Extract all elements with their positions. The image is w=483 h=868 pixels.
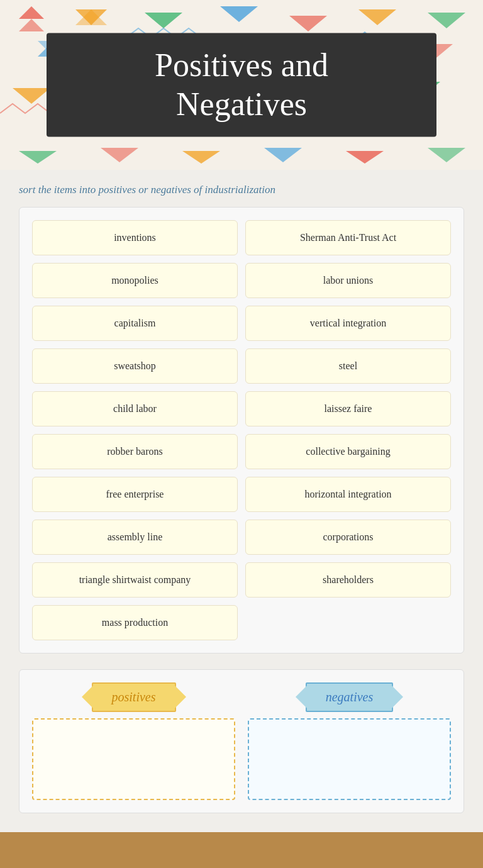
positives-label: positives [112,690,156,704]
page-title: Positives and Negatives [72,46,411,125]
sort-item-capitalism[interactable]: capitalism [32,306,238,341]
sort-item-inventions[interactable]: inventions [32,220,238,255]
drop-zones-container: positives negatives [19,669,464,813]
positives-zone[interactable]: positives [32,682,235,800]
sort-item-assembly-line[interactable]: assembly line [32,520,238,555]
sort-item-laissez-faire[interactable]: laissez faire [245,391,451,426]
negatives-label-wrapper: negatives [248,682,451,712]
sort-item-mass-production[interactable]: mass production [32,605,238,640]
instruction-text: sort the items into positives or negativ… [19,182,464,198]
sort-item-free-enterprise[interactable]: free enterprise [32,477,238,512]
items-grid: inventionsSherman Anti-Trust Actmonopoli… [32,220,451,640]
sort-container: inventionsSherman Anti-Trust Actmonopoli… [19,207,464,654]
negatives-ribbon: negatives [306,682,394,712]
sort-item-vertical-integration[interactable]: vertical integration [245,306,451,341]
negatives-drop-area[interactable] [248,718,451,800]
sort-item-corporations[interactable]: corporations [245,520,451,555]
title-box: Positives and Negatives [47,33,436,137]
positives-drop-area[interactable] [32,718,235,800]
sort-item-child-labor[interactable]: child labor [32,391,238,426]
negatives-zone[interactable]: negatives [248,682,451,800]
negatives-label: negatives [326,690,374,704]
positives-ribbon: positives [92,682,176,712]
sort-item-robber-barons[interactable]: robber barons [32,434,238,469]
positives-label-wrapper: positives [32,682,235,712]
header-pattern: Positives and Negatives [0,0,483,170]
sort-item-triangle-shirtwaist[interactable]: triangle shirtwaist company [32,562,238,598]
sort-item-sweatshop[interactable]: sweatshop [32,348,238,384]
sort-item-labor-unions[interactable]: labor unions [245,263,451,298]
sort-item-steel[interactable]: steel [245,348,451,384]
sort-item-horizontal-integration[interactable]: horizontal integration [245,477,451,512]
sort-item-shareholders[interactable]: shareholders [245,562,451,598]
main-content: sort the items into positives or negativ… [0,170,483,832]
sort-item-monopolies[interactable]: monopolies [32,263,238,298]
sort-item-sherman[interactable]: Sherman Anti-Trust Act [245,220,451,255]
sort-item-collective-bargaining[interactable]: collective bargaining [245,434,451,469]
